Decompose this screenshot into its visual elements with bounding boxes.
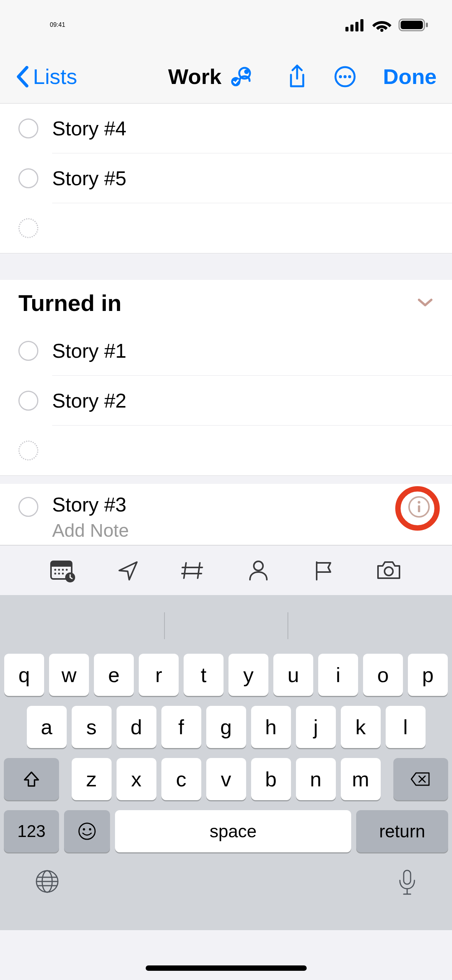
battery-icon xyxy=(398,18,429,32)
back-button[interactable]: Lists xyxy=(15,64,77,89)
key-z[interactable]: z xyxy=(72,758,112,800)
svg-point-28 xyxy=(254,561,263,571)
key-g[interactable]: g xyxy=(206,706,246,748)
done-button[interactable]: Done xyxy=(383,64,437,89)
svg-point-22 xyxy=(62,569,64,571)
backspace-key[interactable] xyxy=(393,758,449,800)
key-w[interactable]: w xyxy=(49,654,89,696)
key-a[interactable]: a xyxy=(27,706,67,748)
checkbox-circle[interactable] xyxy=(18,391,38,411)
key-e[interactable]: e xyxy=(94,654,134,696)
cellular-icon xyxy=(345,18,365,31)
svg-rect-1 xyxy=(350,25,353,31)
keyboard-bottom xyxy=(0,857,452,930)
key-row-3: z x c v b n m xyxy=(0,753,452,805)
checkbox-circle[interactable] xyxy=(18,168,38,188)
svg-point-25 xyxy=(58,572,60,574)
reminder-title: Story #1 xyxy=(52,339,437,362)
svg-rect-3 xyxy=(360,19,363,31)
emoji-key[interactable] xyxy=(64,810,110,852)
key-u[interactable]: u xyxy=(273,654,313,696)
svg-point-24 xyxy=(54,572,56,574)
key-f[interactable]: f xyxy=(161,706,201,748)
checkbox-circle-dotted xyxy=(18,218,38,238)
key-b[interactable]: b xyxy=(251,758,291,800)
location-icon[interactable] xyxy=(113,555,144,586)
svg-point-32 xyxy=(89,828,91,830)
svg-point-12 xyxy=(339,75,342,78)
return-key[interactable]: return xyxy=(356,810,448,852)
svg-point-26 xyxy=(62,572,64,574)
shift-key[interactable] xyxy=(4,758,59,800)
svg-point-21 xyxy=(58,569,60,571)
more-icon[interactable] xyxy=(334,66,356,88)
reminder-item[interactable]: Story #5 xyxy=(0,153,452,203)
reminder-item[interactable]: Story #4 xyxy=(0,104,452,153)
add-note-field[interactable]: Add Note xyxy=(52,520,129,541)
globe-icon[interactable] xyxy=(35,869,60,894)
reminder-item-selected[interactable]: Story #3 Add Note xyxy=(0,484,452,545)
space-key[interactable]: space xyxy=(115,810,351,852)
key-j[interactable]: j xyxy=(296,706,336,748)
key-o[interactable]: o xyxy=(363,654,403,696)
shared-icon[interactable] xyxy=(229,66,254,87)
key-row-2: a s d f g h j k l xyxy=(0,701,452,753)
key-n[interactable]: n xyxy=(296,758,336,800)
wifi-icon xyxy=(372,18,391,32)
tag-icon[interactable] xyxy=(178,555,209,586)
person-icon[interactable] xyxy=(243,555,274,586)
reminder-item[interactable]: Story #1 xyxy=(0,326,452,376)
nav-right: Done xyxy=(287,64,437,89)
svg-point-29 xyxy=(385,567,393,576)
home-indicator[interactable] xyxy=(146,965,307,971)
reminder-title[interactable]: Story #3 xyxy=(52,493,129,516)
suggestion-divider xyxy=(288,612,288,639)
key-x[interactable]: x xyxy=(117,758,156,800)
key-k[interactable]: k xyxy=(341,706,381,748)
svg-point-4 xyxy=(380,29,383,32)
key-s[interactable]: s xyxy=(72,706,112,748)
key-c[interactable]: c xyxy=(161,758,201,800)
svg-point-23 xyxy=(66,569,67,571)
svg-point-31 xyxy=(83,828,85,830)
section-list: Turned in Story #1 Story #2 xyxy=(0,280,452,475)
key-r[interactable]: r xyxy=(139,654,179,696)
key-i[interactable]: i xyxy=(318,654,358,696)
key-y[interactable]: y xyxy=(228,654,268,696)
flag-icon[interactable] xyxy=(308,555,339,586)
svg-rect-2 xyxy=(355,22,358,31)
key-p[interactable]: p xyxy=(408,654,448,696)
key-row-1: q w e r t y u i o p xyxy=(0,649,452,701)
quick-toolbar xyxy=(0,545,452,595)
mic-icon[interactable] xyxy=(397,869,417,897)
key-l[interactable]: l xyxy=(386,706,426,748)
svg-point-13 xyxy=(344,75,347,78)
numbers-key[interactable]: 123 xyxy=(4,810,59,852)
status-bar: 09:41 xyxy=(0,0,452,50)
section-gap xyxy=(0,253,452,280)
chevron-down-icon[interactable] xyxy=(417,298,434,308)
key-m[interactable]: m xyxy=(341,758,381,800)
detached-gap xyxy=(0,475,452,484)
suggestion-bar[interactable] xyxy=(0,603,452,649)
key-h[interactable]: h xyxy=(251,706,291,748)
svg-rect-7 xyxy=(426,23,428,27)
new-reminder-placeholder[interactable] xyxy=(0,426,452,475)
new-reminder-placeholder[interactable] xyxy=(0,203,452,253)
camera-icon[interactable] xyxy=(373,555,404,586)
key-t[interactable]: t xyxy=(184,654,224,696)
info-icon[interactable] xyxy=(408,495,431,518)
section-header[interactable]: Turned in xyxy=(0,280,452,326)
svg-point-30 xyxy=(79,823,95,839)
checkbox-circle[interactable] xyxy=(18,341,38,361)
svg-rect-19 xyxy=(51,561,72,567)
chevron-left-icon xyxy=(15,66,29,87)
key-v[interactable]: v xyxy=(206,758,246,800)
calendar-icon[interactable] xyxy=(48,555,79,586)
reminder-item[interactable]: Story #2 xyxy=(0,376,452,426)
checkbox-circle[interactable] xyxy=(18,118,38,138)
share-icon[interactable] xyxy=(287,64,307,89)
key-q[interactable]: q xyxy=(4,654,44,696)
checkbox-circle[interactable] xyxy=(18,497,38,517)
key-d[interactable]: d xyxy=(117,706,156,748)
